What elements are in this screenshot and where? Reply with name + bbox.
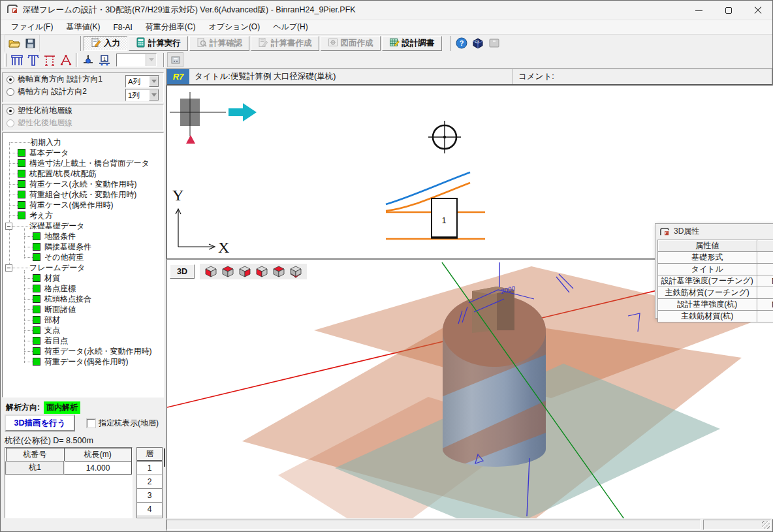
tree-item-label: 格点座標 xyxy=(44,283,76,294)
tree-node-icon xyxy=(33,285,40,292)
attr-panel-titlebar[interactable]: 3D属性 xyxy=(655,224,773,239)
tree-item-label: 荷重ケース(偶発作用時) xyxy=(29,200,114,211)
layer-cell-1[interactable]: 2 xyxy=(137,475,162,489)
tree-item-7[interactable]: 考え方 xyxy=(3,210,163,221)
row-selector-a-arrow-icon[interactable] xyxy=(149,76,159,87)
open-file-icon[interactable] xyxy=(6,36,22,51)
support-triangle-marker xyxy=(186,135,195,144)
draw-3d-button[interactable]: 3D描画を行う xyxy=(5,415,75,431)
toolbar-button-sheet[interactable]: 設計調書 xyxy=(382,36,442,51)
navigation-tree: 初期入力基本データ構造寸法/上載土・橋台背面データ杭配置/杭長/杭配筋荷重ケース… xyxy=(2,133,164,398)
display-settings-button[interactable] xyxy=(167,52,183,67)
menubar: ファイル(F)基準値(K)F8-AI荷重分担率(C)オプション(O)ヘルプ(H) xyxy=(1,20,772,35)
pile-row-header[interactable]: 杭1 xyxy=(6,462,64,475)
attr-row-5: 主鉄筋材質(杭)-----SD345 xyxy=(658,311,773,322)
tree-item-13[interactable]: 材質 xyxy=(3,273,163,283)
tree-item-label: 初期入力 xyxy=(30,137,61,148)
menu-item-5[interactable]: ヘルプ(H) xyxy=(268,20,313,34)
layer-table: 層1234- xyxy=(136,447,163,518)
pier-portal-icon[interactable] xyxy=(8,52,25,67)
tree-node-icon xyxy=(33,253,40,261)
view-cube-bottom-icon[interactable] xyxy=(289,265,303,278)
row-selector-1-arrow-icon[interactable] xyxy=(149,89,159,101)
r7-tab[interactable]: R7 xyxy=(167,69,189,84)
tree-item-5[interactable]: 荷重組合せ(永続・変動作用時) xyxy=(3,189,163,200)
toolbar-button-input[interactable]: 入力 xyxy=(84,36,127,51)
view-cube-top-icon[interactable] xyxy=(221,265,235,278)
file-button-group xyxy=(5,35,40,52)
support-node-icon[interactable]: 1 xyxy=(80,52,96,67)
layer-cell-0[interactable]: 1 xyxy=(137,462,162,475)
tree-item-18[interactable]: 支点 xyxy=(3,325,163,336)
tree-item-6[interactable]: 荷重ケース(偶発作用時) xyxy=(3,200,163,210)
tree-item-0[interactable]: 初期入力 xyxy=(3,137,163,148)
row-selector-a[interactable]: A列 xyxy=(125,75,159,87)
close-icon[interactable] xyxy=(743,1,772,20)
pier-aframe-red-icon[interactable] xyxy=(57,52,74,67)
direction-radio-1[interactable] xyxy=(7,88,14,96)
menu-item-3[interactable]: 荷重分担率(C) xyxy=(140,20,201,34)
main-area: R7 タイトル:便覧計算例 大口径深礎(単杭) コメント: xyxy=(166,69,772,531)
strata-radio-0[interactable] xyxy=(7,107,14,115)
layer-scrollbar[interactable] xyxy=(164,448,165,467)
tree-item-9[interactable]: 地盤条件 xyxy=(3,231,163,242)
collapse-icon[interactable] xyxy=(5,264,12,272)
pier-plan-symbol xyxy=(170,92,226,136)
tree-item-2[interactable]: 構造寸法/上載土・橋台背面データ xyxy=(3,158,163,168)
toolbar-button-calc-label: 計算実行 xyxy=(148,38,181,49)
attr-panel-3d[interactable]: 3D属性 属性値単位値基礎形式-----深礎基礎タイトル-----便覧計算例 大… xyxy=(655,223,773,319)
tree-item-17[interactable]: 部材 xyxy=(3,315,163,325)
layer-cell-2[interactable]: 3 xyxy=(137,489,162,503)
pile-display-checkbox[interactable] xyxy=(87,419,95,428)
resize-grip[interactable] xyxy=(762,521,770,529)
tree-item-21[interactable]: 荷重データ(偶発作用時) xyxy=(3,356,163,367)
view-3d-button[interactable]: 3D xyxy=(170,264,195,279)
tree-item-3[interactable]: 杭配置/杭長/杭配筋 xyxy=(3,168,163,179)
toolbar-button-calc[interactable]: 計算実行 xyxy=(129,36,188,51)
menu-item-2[interactable]: F8-AI xyxy=(108,22,137,33)
view-cube-right-icon[interactable] xyxy=(238,265,252,278)
pier-hammerhead-icon[interactable] xyxy=(25,52,41,67)
direction-radio-0[interactable] xyxy=(7,76,14,84)
pier-selector-dropdown[interactable] xyxy=(116,54,157,67)
f8-3d-box-icon[interactable]: F8 xyxy=(470,36,486,51)
pile-length-cell[interactable]: 14.000 xyxy=(64,462,131,475)
tree-item-4[interactable]: 荷重ケース(永続・変動作用時) xyxy=(3,179,163,189)
pier-selector-arrow-icon[interactable] xyxy=(146,54,156,66)
minimize-icon[interactable] xyxy=(684,1,714,20)
tree-item-label: 杭頭格点接合 xyxy=(44,294,91,305)
tree-item-1[interactable]: 基本データ xyxy=(3,148,163,158)
attr-header-row: 属性値単位値 xyxy=(658,240,773,252)
tree-item-14[interactable]: 格点座標 xyxy=(3,283,163,294)
tree-item-12[interactable]: フレームデータ xyxy=(3,262,163,273)
tree-item-11[interactable]: その他荷重 xyxy=(3,252,163,262)
row-selector-1[interactable]: 1列 xyxy=(125,89,159,101)
attr-row-3: 主鉄筋材質(フーチング)---------- xyxy=(658,287,773,299)
help-icon[interactable]: ? xyxy=(454,36,470,51)
member-node-icon[interactable]: 1 xyxy=(96,52,112,67)
tree-item-20[interactable]: 荷重データ(永続・変動作用時) xyxy=(3,346,163,356)
collapse-icon[interactable] xyxy=(5,223,12,230)
menu-item-4[interactable]: オプション(O) xyxy=(203,20,265,34)
layer-cell-3[interactable]: 4 xyxy=(137,503,162,516)
toolbar-extra-button[interactable] xyxy=(486,36,503,51)
save-file-icon[interactable] xyxy=(22,36,39,51)
menu-item-0[interactable]: ファイル(F) xyxy=(6,20,58,34)
view-cube-top-icon[interactable] xyxy=(272,265,286,278)
menu-item-1[interactable]: 基準値(K) xyxy=(61,20,105,34)
layer-cell-4[interactable]: - xyxy=(137,516,162,518)
tree-item-label: フレームデータ xyxy=(29,262,85,274)
pier-frame-red-icon[interactable] xyxy=(41,52,57,67)
pile-table-header-1: 杭長(m) xyxy=(64,448,131,462)
maximize-icon[interactable] xyxy=(714,1,743,20)
toolbar-button-check-label: 計算確認 xyxy=(210,38,242,49)
tree-item-10[interactable]: 隣接基礎条件 xyxy=(3,242,163,252)
pile-table-header-0: 杭番号 xyxy=(6,448,64,462)
tree-item-19[interactable]: 着目点 xyxy=(3,336,163,346)
tree-item-15[interactable]: 杭頭格点接合 xyxy=(3,294,163,304)
tree-item-16[interactable]: 断面諸値 xyxy=(3,304,163,315)
view-cube-left-icon[interactable] xyxy=(255,265,269,278)
tree-item-label: 隣接基礎条件 xyxy=(44,242,91,253)
tree-item-8[interactable]: 深礎基礎データ xyxy=(3,221,163,231)
view-cube-left-icon[interactable] xyxy=(204,265,218,278)
